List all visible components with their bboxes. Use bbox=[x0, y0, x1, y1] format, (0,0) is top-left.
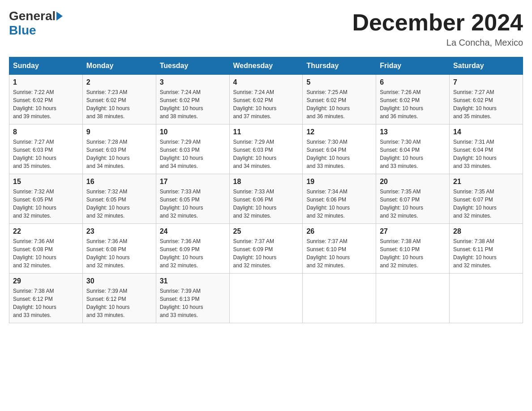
col-thursday: Thursday bbox=[303, 57, 376, 75]
logo-blue-text: Blue bbox=[9, 23, 36, 38]
day-number: 19 bbox=[306, 178, 372, 186]
calendar-week-row: 29Sunrise: 7:38 AMSunset: 6:12 PMDayligh… bbox=[9, 274, 523, 323]
day-number: 27 bbox=[380, 227, 446, 235]
day-info: Sunrise: 7:23 AMSunset: 6:02 PMDaylight:… bbox=[86, 88, 152, 120]
table-row: 28Sunrise: 7:38 AMSunset: 6:11 PMDayligh… bbox=[450, 224, 523, 274]
col-friday: Friday bbox=[376, 57, 450, 75]
logo-arrow-icon bbox=[56, 12, 63, 21]
table-row: 25Sunrise: 7:37 AMSunset: 6:09 PMDayligh… bbox=[229, 224, 303, 274]
table-row: 3Sunrise: 7:24 AMSunset: 6:02 PMDaylight… bbox=[156, 75, 229, 124]
table-row: 9Sunrise: 7:28 AMSunset: 6:03 PMDaylight… bbox=[82, 124, 156, 174]
col-sunday: Sunday bbox=[9, 57, 83, 75]
day-info: Sunrise: 7:36 AMSunset: 6:08 PMDaylight:… bbox=[86, 237, 152, 270]
table-row: 8Sunrise: 7:27 AMSunset: 6:03 PMDaylight… bbox=[9, 124, 83, 174]
day-info: Sunrise: 7:32 AMSunset: 6:05 PMDaylight:… bbox=[13, 188, 79, 220]
day-number: 4 bbox=[233, 78, 299, 86]
table-row: 18Sunrise: 7:33 AMSunset: 6:06 PMDayligh… bbox=[229, 174, 303, 224]
day-info: Sunrise: 7:27 AMSunset: 6:02 PMDaylight:… bbox=[453, 88, 519, 120]
day-number: 2 bbox=[86, 78, 152, 86]
table-row bbox=[229, 274, 303, 323]
page-header: General Blue December 2024 La Concha, Me… bbox=[9, 9, 523, 48]
table-row: 12Sunrise: 7:30 AMSunset: 6:04 PMDayligh… bbox=[303, 124, 376, 174]
table-row bbox=[450, 274, 523, 323]
table-row: 27Sunrise: 7:38 AMSunset: 6:10 PMDayligh… bbox=[376, 224, 450, 274]
col-wednesday: Wednesday bbox=[229, 57, 303, 75]
day-info: Sunrise: 7:24 AMSunset: 6:02 PMDaylight:… bbox=[233, 88, 299, 120]
month-title: December 2024 bbox=[352, 9, 523, 36]
table-row bbox=[303, 274, 376, 323]
table-row: 5Sunrise: 7:25 AMSunset: 6:02 PMDaylight… bbox=[303, 75, 376, 124]
day-info: Sunrise: 7:37 AMSunset: 6:09 PMDaylight:… bbox=[233, 237, 299, 270]
day-number: 7 bbox=[453, 78, 519, 86]
calendar-week-row: 15Sunrise: 7:32 AMSunset: 6:05 PMDayligh… bbox=[9, 174, 523, 224]
table-row: 31Sunrise: 7:39 AMSunset: 6:13 PMDayligh… bbox=[156, 274, 229, 323]
table-row: 19Sunrise: 7:34 AMSunset: 6:06 PMDayligh… bbox=[303, 174, 376, 224]
table-row: 11Sunrise: 7:29 AMSunset: 6:03 PMDayligh… bbox=[229, 124, 303, 174]
table-row: 17Sunrise: 7:33 AMSunset: 6:05 PMDayligh… bbox=[156, 174, 229, 224]
table-row: 24Sunrise: 7:36 AMSunset: 6:09 PMDayligh… bbox=[156, 224, 229, 274]
day-info: Sunrise: 7:32 AMSunset: 6:05 PMDaylight:… bbox=[86, 188, 152, 220]
calendar-week-row: 1Sunrise: 7:22 AMSunset: 6:02 PMDaylight… bbox=[9, 75, 523, 124]
day-info: Sunrise: 7:35 AMSunset: 6:07 PMDaylight:… bbox=[380, 188, 446, 220]
day-info: Sunrise: 7:36 AMSunset: 6:09 PMDaylight:… bbox=[160, 237, 226, 270]
calendar-week-row: 8Sunrise: 7:27 AMSunset: 6:03 PMDaylight… bbox=[9, 124, 523, 174]
day-info: Sunrise: 7:38 AMSunset: 6:11 PMDaylight:… bbox=[453, 237, 519, 270]
day-number: 29 bbox=[13, 277, 79, 285]
day-number: 15 bbox=[13, 178, 79, 186]
table-row: 2Sunrise: 7:23 AMSunset: 6:02 PMDaylight… bbox=[82, 75, 156, 124]
day-number: 17 bbox=[160, 178, 226, 186]
calendar-header-row: Sunday Monday Tuesday Wednesday Thursday… bbox=[9, 57, 523, 75]
table-row: 15Sunrise: 7:32 AMSunset: 6:05 PMDayligh… bbox=[9, 174, 83, 224]
table-row: 23Sunrise: 7:36 AMSunset: 6:08 PMDayligh… bbox=[82, 224, 156, 274]
day-number: 11 bbox=[233, 128, 299, 136]
location-subtitle: La Concha, Mexico bbox=[352, 38, 523, 48]
table-row bbox=[376, 274, 450, 323]
day-number: 24 bbox=[160, 227, 226, 235]
day-info: Sunrise: 7:30 AMSunset: 6:04 PMDaylight:… bbox=[380, 138, 446, 170]
day-info: Sunrise: 7:35 AMSunset: 6:07 PMDaylight:… bbox=[453, 188, 519, 220]
day-info: Sunrise: 7:33 AMSunset: 6:06 PMDaylight:… bbox=[233, 188, 299, 220]
day-number: 10 bbox=[160, 128, 226, 136]
day-number: 30 bbox=[86, 277, 152, 285]
day-number: 13 bbox=[380, 128, 446, 136]
day-info: Sunrise: 7:29 AMSunset: 6:03 PMDaylight:… bbox=[233, 138, 299, 170]
day-number: 9 bbox=[86, 128, 152, 136]
day-number: 1 bbox=[13, 78, 79, 86]
table-row: 1Sunrise: 7:22 AMSunset: 6:02 PMDaylight… bbox=[9, 75, 83, 124]
day-info: Sunrise: 7:29 AMSunset: 6:03 PMDaylight:… bbox=[160, 138, 226, 170]
day-number: 23 bbox=[86, 227, 152, 235]
table-row: 4Sunrise: 7:24 AMSunset: 6:02 PMDaylight… bbox=[229, 75, 303, 124]
title-section: December 2024 La Concha, Mexico bbox=[352, 9, 523, 48]
day-info: Sunrise: 7:36 AMSunset: 6:08 PMDaylight:… bbox=[13, 237, 79, 270]
day-number: 22 bbox=[13, 227, 79, 235]
day-info: Sunrise: 7:38 AMSunset: 6:10 PMDaylight:… bbox=[380, 237, 446, 270]
day-info: Sunrise: 7:26 AMSunset: 6:02 PMDaylight:… bbox=[380, 88, 446, 120]
table-row: 26Sunrise: 7:37 AMSunset: 6:10 PMDayligh… bbox=[303, 224, 376, 274]
table-row: 29Sunrise: 7:38 AMSunset: 6:12 PMDayligh… bbox=[9, 274, 83, 323]
table-row: 16Sunrise: 7:32 AMSunset: 6:05 PMDayligh… bbox=[82, 174, 156, 224]
day-number: 21 bbox=[453, 178, 519, 186]
table-row: 10Sunrise: 7:29 AMSunset: 6:03 PMDayligh… bbox=[156, 124, 229, 174]
day-number: 16 bbox=[86, 178, 152, 186]
day-number: 31 bbox=[160, 277, 226, 285]
day-number: 20 bbox=[380, 178, 446, 186]
day-number: 18 bbox=[233, 178, 299, 186]
day-info: Sunrise: 7:39 AMSunset: 6:13 PMDaylight:… bbox=[160, 287, 226, 319]
day-info: Sunrise: 7:28 AMSunset: 6:03 PMDaylight:… bbox=[86, 138, 152, 170]
day-info: Sunrise: 7:25 AMSunset: 6:02 PMDaylight:… bbox=[306, 88, 372, 120]
table-row: 6Sunrise: 7:26 AMSunset: 6:02 PMDaylight… bbox=[376, 75, 450, 124]
day-number: 5 bbox=[306, 78, 372, 86]
day-info: Sunrise: 7:37 AMSunset: 6:10 PMDaylight:… bbox=[306, 237, 372, 270]
table-row: 30Sunrise: 7:39 AMSunset: 6:12 PMDayligh… bbox=[82, 274, 156, 323]
table-row: 20Sunrise: 7:35 AMSunset: 6:07 PMDayligh… bbox=[376, 174, 450, 224]
day-number: 14 bbox=[453, 128, 519, 136]
table-row: 22Sunrise: 7:36 AMSunset: 6:08 PMDayligh… bbox=[9, 224, 83, 274]
day-info: Sunrise: 7:39 AMSunset: 6:12 PMDaylight:… bbox=[86, 287, 152, 319]
table-row: 13Sunrise: 7:30 AMSunset: 6:04 PMDayligh… bbox=[376, 124, 450, 174]
table-row: 7Sunrise: 7:27 AMSunset: 6:02 PMDaylight… bbox=[450, 75, 523, 124]
day-info: Sunrise: 7:33 AMSunset: 6:05 PMDaylight:… bbox=[160, 188, 226, 220]
day-info: Sunrise: 7:38 AMSunset: 6:12 PMDaylight:… bbox=[13, 287, 79, 319]
day-number: 25 bbox=[233, 227, 299, 235]
day-number: 3 bbox=[160, 78, 226, 86]
calendar-week-row: 22Sunrise: 7:36 AMSunset: 6:08 PMDayligh… bbox=[9, 224, 523, 274]
